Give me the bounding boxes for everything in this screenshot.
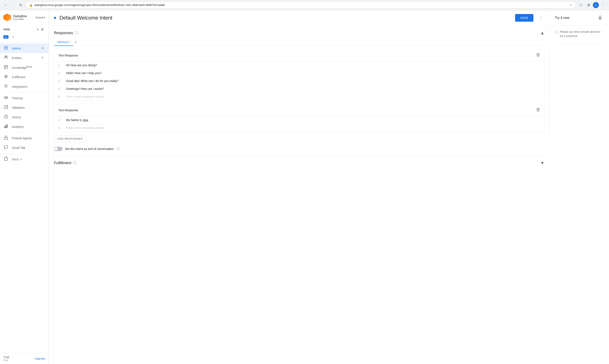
microphone-button[interactable] <box>596 14 604 22</box>
try-divider <box>555 43 604 43</box>
tab-default[interactable]: DEFAULT <box>54 39 73 46</box>
svg-rect-16 <box>4 137 8 139</box>
analytics-label: Analytics <box>12 125 45 129</box>
more-options-button[interactable]: ⋮ <box>537 14 544 22</box>
card2-header: Text Response <box>54 104 544 116</box>
card1-header: Text Response <box>54 50 544 61</box>
sidebar-item-smalltalk[interactable]: Small Talk <box>0 143 49 153</box>
sidebar-header: Dialogflow Essentials Global ▾ <box>0 10 49 25</box>
tab-add-button[interactable]: + <box>73 39 79 45</box>
dialogflow-logo <box>3 13 11 21</box>
card2-delete-button[interactable] <box>536 108 540 113</box>
sidebar-item-analytics[interactable]: Analytics <box>0 122 49 131</box>
entities-icon <box>3 55 9 61</box>
svg-rect-14 <box>6 125 6 128</box>
sidebar-divider-2 <box>0 92 49 92</box>
analytics-icon <box>3 124 9 129</box>
prebuilt-label: Prebuilt Agents <box>12 137 45 140</box>
responses-help-icon[interactable]: ⓘ <box>75 31 78 35</box>
card1-row-1[interactable]: 1 Hi! How are you doing? <box>54 61 544 69</box>
sidebar-item-knowledge[interactable]: Knowledge[beta] <box>0 63 49 72</box>
sidebar-item-fulfillment[interactable]: Fulfillment <box>0 72 49 82</box>
smalltalk-label: Small Talk <box>12 146 45 150</box>
svg-rect-11 <box>4 105 8 109</box>
info-icon: ⓘ <box>555 30 558 34</box>
url-text: dialogflow.cloud.google.com/#/agent/mypr… <box>34 3 568 7</box>
sidebar-item-training[interactable]: Training <box>0 93 49 103</box>
sidebar-divider-4 <box>0 153 49 154</box>
sidebar-item-docs[interactable]: Docs ↗ <box>0 154 49 164</box>
back-button[interactable]: ← <box>2 2 9 8</box>
global-select[interactable]: Global ▾ <box>35 16 45 19</box>
svg-rect-15 <box>7 125 7 128</box>
svg-point-10 <box>6 86 7 87</box>
add-entity-button[interactable]: + <box>40 55 45 61</box>
sidebar-item-prebuilt[interactable]: Prebuilt Agents <box>0 133 49 143</box>
fulfillment-expand-button[interactable]: ▼ <box>540 161 544 165</box>
content-scroll: Responses ⓘ ▲ DEFAULT + Text Response <box>49 26 550 364</box>
sidebar: Dialogflow Essentials Global ▾ Hello ▾ ⚙… <box>0 10 49 364</box>
sidebar-divider <box>0 42 49 43</box>
svg-rect-6 <box>4 65 8 69</box>
svg-marker-9 <box>4 75 8 78</box>
lang-badge[interactable]: en <box>3 35 9 39</box>
global-chevron: ▾ <box>44 16 45 19</box>
brand-type: Essentials <box>13 18 27 20</box>
toggle-knob <box>54 147 58 151</box>
text-response-card-2: Text Response 1 My Name is Jiya. 2 Enter… <box>54 104 544 132</box>
add-lang-button[interactable]: + <box>10 34 16 40</box>
top-bar: Default Welcome Intent SAVE ⋮ <box>49 10 550 26</box>
fulfillment-icon <box>3 74 9 80</box>
save-button[interactable]: SAVE <box>515 14 533 22</box>
global-label: Global <box>35 16 43 19</box>
add-responses-button[interactable]: ADD RESPONSES <box>54 135 86 142</box>
card1-row-2[interactable]: 2 Hello! How can I help you? <box>54 69 544 77</box>
end-conversation-row: Set this intent as end of conversation ⓘ <box>54 146 544 151</box>
sidebar-item-validation[interactable]: Validation <box>0 103 49 112</box>
agent-settings-button[interactable]: ⚙ <box>39 26 45 32</box>
card1-row-5[interactable]: 5 Enter a text response variant <box>54 93 544 101</box>
brand: Dialogflow Essentials <box>13 14 27 21</box>
card1-row-4[interactable]: 4 Greetings! How can I assist? <box>54 85 544 93</box>
history-label: History <box>12 116 45 119</box>
trial-plan: Trial <box>3 355 9 359</box>
end-conversation-toggle[interactable] <box>54 147 63 151</box>
validation-label: Validation <box>12 106 45 109</box>
cast-button[interactable]: 🖥 <box>585 2 592 9</box>
end-conversation-help-icon[interactable]: ⓘ <box>116 146 120 151</box>
try-header: Try it now <box>550 10 609 26</box>
bookmark-icon[interactable]: ☆ <box>569 3 572 7</box>
training-label: Training <box>12 96 45 100</box>
try-title: Try it now <box>555 16 570 20</box>
text-response-card-1: Text Response 1 Hi! How are you doing? 2… <box>54 49 544 101</box>
trial-section: Trial Free Upgrade <box>3 355 45 362</box>
card1-delete-button[interactable] <box>536 53 540 58</box>
forward-button[interactable]: → <box>10 2 16 8</box>
extensions-button[interactable]: ⬡ <box>578 2 584 9</box>
reload-button[interactable]: ↻ <box>18 2 24 8</box>
fulfillment-help-icon[interactable]: ⓘ <box>73 161 77 165</box>
upgrade-button[interactable]: Upgrade <box>35 357 45 360</box>
card2-row-1[interactable]: 1 My Name is Jiya. <box>54 116 544 124</box>
card1-row-3[interactable]: 3 Good day! What can I do for you today? <box>54 77 544 85</box>
card2-row-2[interactable]: 2 Enter a text response variant <box>54 124 544 132</box>
svg-rect-18 <box>599 16 601 18</box>
sidebar-item-integrations[interactable]: Integrations <box>0 82 49 91</box>
menu-button[interactable]: ⋮ <box>600 2 607 9</box>
responses-title: Responses <box>54 31 73 35</box>
add-intent-button[interactable]: + <box>40 46 45 51</box>
try-body: ⓘ Please use test console above to try a… <box>550 26 609 48</box>
responses-collapse-button[interactable]: ▲ <box>540 31 544 36</box>
training-icon <box>3 95 9 101</box>
trial-type: Free <box>3 359 9 362</box>
address-bar[interactable]: 🔒 dialogflow.cloud.google.com/#/agent/my… <box>26 1 576 9</box>
user-avatar[interactable]: n <box>593 2 599 8</box>
sidebar-item-entities[interactable]: Entities + <box>0 53 49 63</box>
sidebar-item-history[interactable]: History <box>0 112 49 122</box>
docs-label: Docs ↗ <box>12 157 45 161</box>
agent-controls: ▾ ⚙ <box>37 26 45 32</box>
sidebar-item-intents[interactable]: Intents + <box>0 43 49 53</box>
lock-icon: 🔒 <box>29 3 33 7</box>
section-title-row: Responses ⓘ <box>54 31 78 35</box>
integrations-icon <box>3 84 9 89</box>
